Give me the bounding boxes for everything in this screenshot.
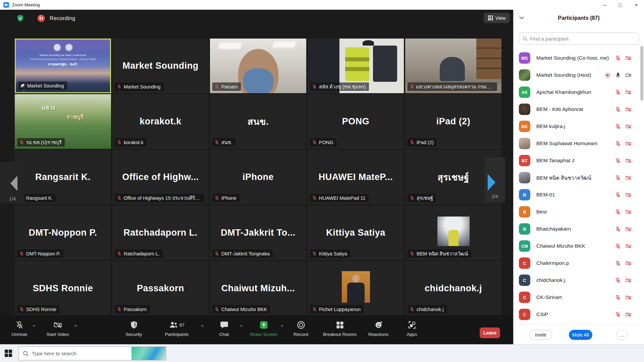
- more-options-button[interactable]: ...: [616, 330, 628, 340]
- muted-mic-icon: [615, 226, 621, 232]
- video-tile[interactable]: DMT-Noppon P.DMT-Noppon P.: [15, 205, 111, 260]
- avatar: [519, 172, 530, 183]
- participant-row[interactable]: BTBEM Tanaphat J: [514, 152, 640, 169]
- participant-row[interactable]: CMChaiwut Mizuho BKK: [514, 238, 640, 254]
- toolbar-start-video-button[interactable]: Start Video: [38, 320, 78, 337]
- video-tile[interactable]: Ratchadaporn L.Ratchadaporn L.: [112, 205, 209, 260]
- video-tile[interactable]: SDHS RonnieSDHS Ronnie: [15, 261, 111, 316]
- participant-name: BEM-01: [536, 186, 555, 203]
- participant-row[interactable]: BEM - Kitti Aphonrat: [514, 101, 640, 118]
- participant-search-input[interactable]: Find a participant: [519, 33, 639, 45]
- toolbar-share-screen-button[interactable]: Share Screen: [244, 320, 284, 337]
- participant-row[interactable]: MSMarket Sounding (Co-host, me): [514, 50, 640, 66]
- video-tile[interactable]: DMT-Jakkrit To...DMT-Jakkrit Tongnaka: [210, 205, 306, 260]
- maximize-button[interactable]: ▢: [612, 0, 628, 10]
- video-tile[interactable]: Market SoundingMarket Sounding: [112, 39, 209, 93]
- muted-mic-icon: [615, 209, 621, 215]
- video-tile[interactable]: chidchanok.jchidchanok.j: [405, 261, 501, 316]
- unmute-options-chevron[interactable]: [32, 323, 36, 329]
- video-tile[interactable]: Pichet Luppayanun: [308, 261, 404, 316]
- muted-mic-icon: [410, 195, 415, 200]
- participant-name: BEM พนิต สินชวาลวัฒน์: [536, 169, 591, 186]
- muted-mic-icon: [615, 140, 621, 147]
- muted-camera-icon: [625, 277, 632, 284]
- participants-list: MSMarket Sounding (Co-host, me)Market So…: [514, 47, 640, 330]
- mute-all-button[interactable]: Mute All: [569, 330, 592, 340]
- participant-row[interactable]: CChalermpon.p: [514, 255, 640, 272]
- start-video-label: Start Video: [47, 332, 69, 337]
- recording-label: Recording: [50, 15, 75, 21]
- start-video-options-chevron[interactable]: [74, 323, 77, 329]
- panel-scrollbar-thumb[interactable]: [640, 46, 643, 101]
- muted-mic-icon: [19, 251, 24, 256]
- window-titlebar: Zoom Meeting — ▢ ✕: [0, 0, 644, 10]
- video-tile[interactable]: iPad (2)iPad (2): [405, 94, 501, 149]
- video-tile[interactable]: BEM พนิต สินชวาลวัฒน์: [405, 205, 501, 260]
- participant-name: chidchanok.j: [536, 272, 565, 289]
- invite-button[interactable]: Invite: [529, 330, 552, 340]
- video-tile[interactable]: Market Sounding via Video ConferenceThe …: [15, 39, 111, 93]
- participant-row[interactable]: BKBEM kuljira.j: [514, 118, 640, 135]
- muted-mic-icon: [117, 84, 122, 89]
- view-label: View: [495, 15, 505, 21]
- previous-page-arrow[interactable]: [9, 175, 18, 192]
- taskbar-search-placeholder: Type here to search: [32, 351, 76, 356]
- video-tile[interactable]: PassakornPassakorn: [112, 261, 209, 316]
- participants-title: Participants (87): [514, 15, 644, 21]
- video-tile[interactable]: Paisarn: [210, 39, 306, 93]
- muted-mic-icon: [117, 195, 121, 200]
- video-tile[interactable]: แขวงราชบุรีรอ.ขท.(ป)ราชบุรี: [15, 94, 111, 149]
- participant-row[interactable]: BEM พนิต สินชวาลวัฒน์: [514, 169, 640, 186]
- view-button[interactable]: View: [484, 13, 510, 23]
- video-tile[interactable]: korakot.kkorakot.k: [112, 94, 209, 149]
- video-tile[interactable]: Office of Highw...Office of Highways 15 …: [112, 150, 209, 204]
- close-button[interactable]: ✕: [629, 0, 644, 10]
- tile-name-label: chidchanok.j: [408, 305, 447, 313]
- taskbar-search-input[interactable]: Type here to search: [18, 347, 166, 360]
- breakout-rooms-label: Breakout Rooms: [323, 332, 357, 337]
- search-placeholder: Find a participant: [530, 36, 569, 42]
- video-tile[interactable]: iPhoneiPhone: [210, 150, 306, 204]
- toolbar-participants-button[interactable]: 87Participants: [157, 320, 197, 337]
- start-video-icon: [53, 320, 62, 330]
- chat-options-chevron[interactable]: [239, 323, 243, 329]
- muted-mic-icon: [214, 140, 219, 145]
- participant-row[interactable]: BBEM-01: [514, 186, 640, 203]
- tile-name-label: Market Sounding: [18, 81, 67, 90]
- participant-row[interactable]: BEM Suphawat Homueam: [514, 135, 640, 152]
- page-indicator-left: 1/4: [9, 196, 16, 201]
- muted-camera-icon: [625, 158, 632, 164]
- participant-row[interactable]: Market Sounding (Host): [514, 67, 640, 83]
- recording-dot-icon: [604, 72, 611, 78]
- participant-row[interactable]: BBest: [514, 203, 640, 220]
- video-tile[interactable]: Rangsarit K.Rangsarit K.: [15, 150, 111, 204]
- muted-mic-icon: [214, 195, 219, 200]
- video-tile[interactable]: Kittiya SatiyaKittiya Satiya: [308, 205, 404, 260]
- minimize-button[interactable]: —: [597, 0, 612, 10]
- toolbar-breakout-rooms-button[interactable]: Breakout Rooms: [320, 320, 360, 337]
- participant-row[interactable]: Cchidchanok.j: [514, 272, 640, 289]
- toolbar-apps-button[interactable]: Apps: [392, 320, 432, 337]
- muted-mic-icon: [615, 158, 621, 164]
- participant-row[interactable]: AKApichat Khamkongkhun: [514, 84, 640, 101]
- video-tile[interactable]: Chaiwut Mizuh...Chaiwut Mizuho BKK: [210, 261, 306, 316]
- muted-mic-icon: [214, 84, 219, 89]
- leave-button[interactable]: Leave: [480, 327, 500, 338]
- video-tile[interactable]: PONGPONG: [308, 94, 404, 149]
- participant-row[interactable]: CCK-Sirinart: [514, 289, 640, 306]
- participant-row[interactable]: CCSiP: [514, 306, 640, 323]
- muted-mic-icon: [615, 294, 621, 301]
- muted-mic-icon: [312, 195, 317, 200]
- video-tile[interactable]: แขวงทางหลวงสมุทรสงคราม กรมทางหลวง: [405, 39, 501, 93]
- tile-name-label: DMT-Jakkrit Tongnaka: [212, 249, 273, 258]
- toolbar-record-button[interactable]: Record: [281, 320, 321, 337]
- toolbar-security-button[interactable]: Security: [114, 320, 154, 337]
- video-tile[interactable]: สหัส ด้วงชู (ขท.ชุมพร): [308, 39, 404, 93]
- video-tile[interactable]: สนข.สนข.: [210, 94, 306, 149]
- start-button[interactable]: [5, 350, 12, 357]
- video-tile[interactable]: HUAWEI MateP...HUAWEI MatePad 11: [308, 150, 404, 204]
- next-page-arrow[interactable]: [487, 173, 496, 191]
- toolbar-chat-button[interactable]: Chat: [204, 320, 244, 337]
- participant-row[interactable]: BBhatchayakarn: [514, 221, 640, 237]
- share-screen-icon: [259, 320, 268, 330]
